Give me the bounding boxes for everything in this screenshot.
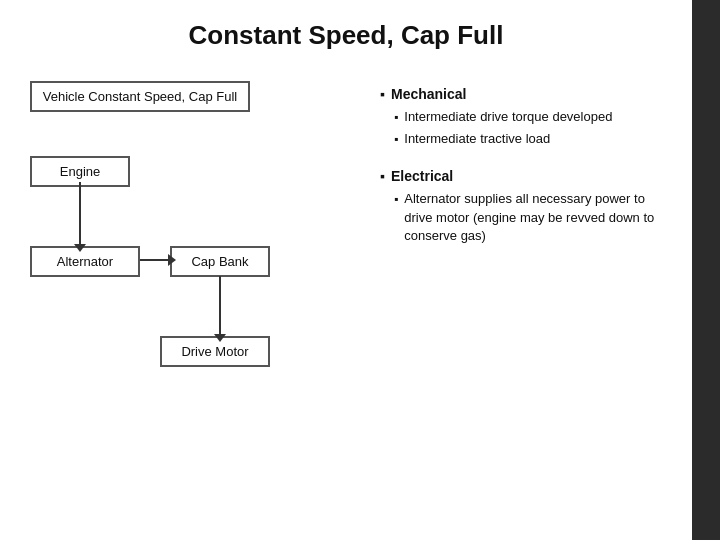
electrical-heading: Electrical <box>380 168 672 184</box>
arrow-alternator-capbank <box>140 259 170 261</box>
mechanical-section: Mechanical Intermediate drive torque dev… <box>380 86 672 148</box>
mechanical-sub1: Intermediate drive torque developed <box>394 108 672 126</box>
mechanical-heading: Mechanical <box>380 86 672 102</box>
arrowhead-capbank-drivemotor <box>214 334 226 342</box>
bullets-area: Mechanical Intermediate drive torque dev… <box>370 81 672 401</box>
electrical-sub1: Alternator supplies all necessary power … <box>394 190 672 245</box>
arrow-capbank-drivemotor <box>219 276 221 336</box>
electrical-section: Electrical Alternator supplies all neces… <box>380 168 672 245</box>
main-content: Constant Speed, Cap Full Vehicle Constan… <box>0 0 692 540</box>
box-capbank: Cap Bank <box>170 246 270 277</box>
content-area: Vehicle Constant Speed, Cap Full Engine … <box>20 81 672 401</box>
arrowhead-engine-alternator <box>74 244 86 252</box>
diagram-area: Vehicle Constant Speed, Cap Full Engine … <box>20 81 360 401</box>
arrowhead-alternator-capbank <box>168 254 176 266</box>
page-title: Constant Speed, Cap Full <box>20 20 672 51</box>
box-vehicle: Vehicle Constant Speed, Cap Full <box>30 81 250 112</box>
mechanical-sub2: Intermediate tractive load <box>394 130 672 148</box>
right-stripe <box>692 0 720 540</box>
arrow-engine-alternator <box>79 182 81 246</box>
